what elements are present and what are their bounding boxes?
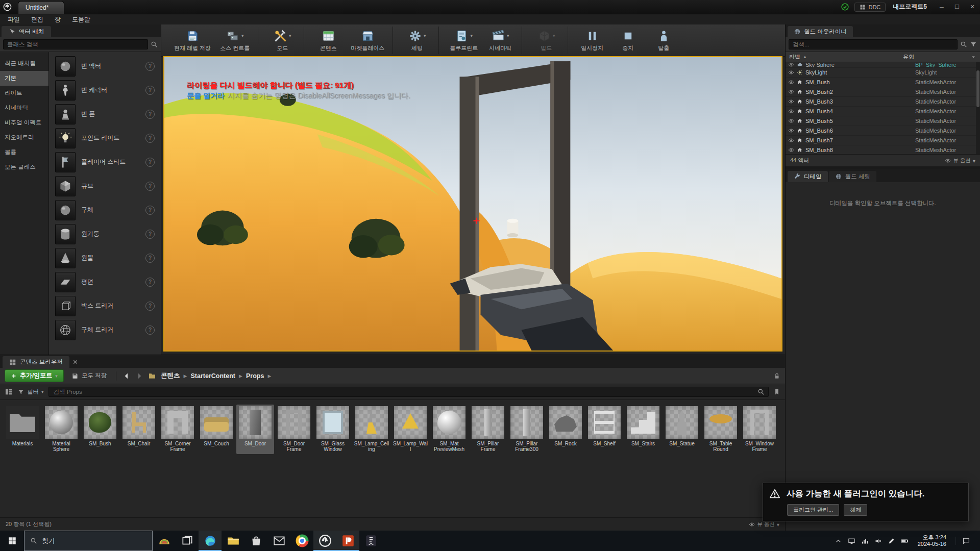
outliner-filter-button[interactable] — [970, 41, 977, 48]
class-search-input[interactable] — [3, 39, 148, 49]
place-actors-tab[interactable]: 액터 배치 — [2, 26, 51, 37]
asset-tile[interactable]: SM_Stairs — [624, 405, 662, 454]
toolbar-button[interactable]: ▾ 현재 레벨 저장 — [169, 27, 215, 54]
place-actor-item[interactable]: 구체 ? — [49, 198, 161, 222]
asset-tile[interactable]: SM_Lamp_Ceiling — [353, 405, 390, 454]
ddc-button[interactable]: DDC — [854, 3, 886, 12]
minimize-icon[interactable]: ─ — [934, 2, 949, 13]
asset-tile[interactable]: SM_Mat PreviewMesh 02 — [430, 405, 468, 454]
visibility-toggle[interactable] — [788, 118, 794, 124]
notification-button[interactable]: 해제 — [844, 504, 867, 516]
asset-search-input[interactable] — [53, 388, 754, 395]
visibility-toggle[interactable] — [788, 128, 794, 134]
outliner-row[interactable]: SM_Bush5 StaticMeshActor — [786, 116, 980, 126]
taskbar-app[interactable] — [313, 531, 336, 551]
close-icon[interactable]: ✕ — [965, 2, 980, 13]
outliner-row[interactable]: SM_Bush6 StaticMeshActor — [786, 126, 980, 136]
asset-tile[interactable]: SM_Door Frame — [275, 405, 313, 454]
place-actor-item[interactable]: 빈 캐릭터 ? — [49, 78, 161, 102]
outliner-row[interactable]: SM_Bush7 StaticMeshActor — [786, 136, 980, 145]
level-tab[interactable]: Untitled* — [18, 1, 64, 14]
breadcrumb-item[interactable]: 콘텐츠 — [161, 371, 180, 380]
asset-tile[interactable]: SM_Pillar Frame — [469, 405, 507, 454]
toolbar-button[interactable]: ▾ 모드 — [264, 27, 304, 54]
sources-panel-toggle[interactable] — [5, 388, 13, 396]
asset-tile[interactable]: SM_Corner Frame — [159, 405, 197, 454]
display-icon[interactable] — [848, 537, 855, 545]
place-actors-category[interactable]: 비주얼 이펙트 — [0, 115, 48, 130]
toolbar-button[interactable]: ▾ 콘텐츠 — [310, 27, 346, 54]
visibility-toggle[interactable] — [788, 89, 794, 95]
asset-tile[interactable]: SM_Couch — [198, 405, 235, 454]
tab-close-button[interactable] — [72, 359, 79, 365]
outliner-row[interactable]: SkyLight SkyLight — [786, 68, 980, 78]
asset-tile[interactable]: SM_Window Frame — [741, 405, 778, 454]
battery-icon[interactable] — [901, 537, 909, 545]
asset-tile[interactable]: SM_Chair — [120, 405, 158, 454]
level-viewport[interactable]: 라이팅을 다시 빌드해야 합니다 (빌드 필요: 91개) 문을 열거라 시지를… — [163, 56, 782, 352]
asset-tile[interactable]: SM_Lamp_Wall — [391, 405, 429, 454]
toolbar-button[interactable]: ▾ 세팅 — [399, 27, 439, 54]
outliner-row[interactable]: Sky Sphere BP_Sky_Sphere — [786, 62, 980, 68]
menu-item[interactable]: 편집 — [26, 15, 49, 24]
chevron-up-icon[interactable] — [835, 537, 842, 545]
details-tab[interactable]: 월드 세팅 — [829, 171, 876, 182]
asset-tile[interactable]: SM_Pillar Frame300 — [508, 405, 546, 454]
taskbar-app[interactable] — [153, 531, 176, 551]
column-options-button[interactable] — [970, 54, 976, 60]
menu-item[interactable]: 파일 — [2, 15, 26, 24]
visibility-toggle[interactable] — [788, 69, 794, 76]
asset-tile[interactable]: SM_Bush — [81, 405, 119, 454]
outliner-column-header[interactable]: 라벨 ▲ 유형 — [786, 52, 980, 62]
filters-button[interactable]: 필터 ▾ — [17, 388, 44, 396]
forward-button[interactable] — [135, 372, 143, 380]
asset-tile[interactable]: SM_Glass Window — [314, 405, 352, 454]
place-actor-item[interactable]: 빈 폰 ? — [49, 102, 161, 126]
back-button[interactable] — [122, 372, 131, 380]
menu-item[interactable]: 창 — [49, 15, 66, 24]
world-outliner-tab[interactable]: 월드 아웃라이너 — [788, 26, 853, 37]
toolbar-button[interactable]: ▾ 시네마틱 — [482, 27, 522, 54]
place-actor-item[interactable]: 원뿔 ? — [49, 246, 161, 270]
outliner-row[interactable]: SM_Bush StaticMeshActor — [786, 78, 980, 87]
taskbar-app[interactable] — [176, 531, 199, 551]
toolbar-button[interactable]: ▾ 빌드 — [528, 27, 568, 54]
visibility-toggle[interactable] — [788, 79, 794, 85]
maximize-icon[interactable]: ☐ — [949, 2, 965, 13]
taskbar-clock[interactable]: 오후 3:24 2024-05-16 — [918, 534, 946, 547]
notification-button[interactable]: 플러그인 관리... — [787, 504, 839, 516]
asset-tile[interactable]: SM_Table Round — [702, 405, 740, 454]
asset-tile[interactable]: Materials — [4, 405, 41, 454]
outliner-search-input[interactable] — [789, 39, 958, 49]
place-actors-category[interactable]: 시네마틱 — [0, 101, 48, 115]
outliner-scrollbar[interactable] — [976, 62, 980, 154]
asset-tile[interactable]: Material Sphere — [42, 405, 80, 454]
taskbar-app[interactable] — [244, 531, 267, 551]
outliner-row[interactable]: SM_Bush2 StaticMeshActor — [786, 87, 980, 97]
outliner-row[interactable]: SM_Bush8 StaticMeshActor — [786, 145, 980, 154]
outliner-row[interactable]: SM_Bush4 StaticMeshActor — [786, 107, 980, 116]
place-actor-item[interactable]: 평면 ? — [49, 270, 161, 294]
volume-icon[interactable] — [874, 537, 882, 545]
start-button[interactable] — [0, 531, 24, 551]
toolbar-button[interactable]: ▾ 블루프린트 — [445, 27, 482, 54]
place-actors-category[interactable]: 볼륨 — [0, 145, 48, 160]
outliner-view-options[interactable]: 뷰 옵션 ▾ — [945, 157, 975, 164]
place-actor-item[interactable]: 플레이어 스타트 ? — [49, 150, 161, 174]
taskbar-app[interactable] — [290, 531, 313, 551]
visibility-toggle[interactable] — [788, 147, 794, 153]
toolbar-button[interactable]: ▾ 탈출 — [646, 27, 681, 54]
taskbar-app[interactable] — [336, 531, 359, 551]
pen-icon[interactable] — [888, 537, 895, 545]
taskbar-app[interactable] — [359, 531, 382, 551]
visibility-toggle[interactable] — [788, 108, 794, 114]
place-actor-item[interactable]: 구체 트리거 ? — [49, 318, 161, 342]
content-browser-tab[interactable]: 콘텐츠 브라우저 — [3, 356, 69, 368]
taskbar-app[interactable] — [267, 531, 290, 551]
place-actors-category[interactable]: 기본 — [0, 71, 48, 86]
asset-tile[interactable]: SM_Shelf — [585, 405, 623, 454]
place-actor-item[interactable]: 빈 액터 ? — [49, 54, 161, 78]
place-actor-item[interactable]: 원기둥 ? — [49, 222, 161, 246]
place-actors-category[interactable]: 지오메트리 — [0, 130, 48, 145]
breadcrumb-item[interactable]: StarterContent — [191, 372, 236, 380]
